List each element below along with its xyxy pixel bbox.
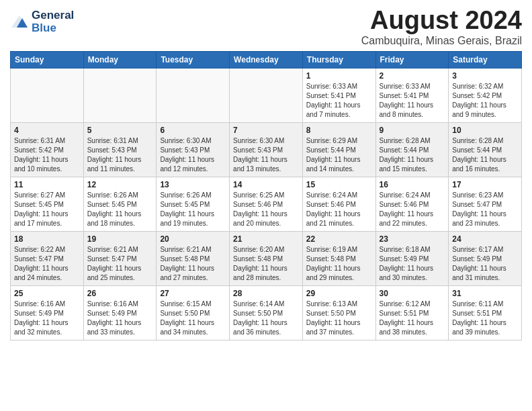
day-number: 13	[160, 180, 226, 189]
day-info: Sunrise: 6:15 AM Sunset: 5:50 PM Dayligh…	[160, 300, 226, 337]
calendar-cell	[11, 68, 84, 122]
calendar-cell	[83, 68, 157, 122]
weekday-header-thursday: Thursday	[302, 51, 375, 68]
day-info: Sunrise: 6:26 AM Sunset: 5:45 PM Dayligh…	[87, 191, 153, 228]
day-number: 8	[306, 126, 372, 135]
weekday-header-sunday: Sunday	[11, 51, 84, 68]
title-area: August 2024 Cambuquira, Minas Gerais, Br…	[361, 7, 522, 47]
page-header: General Blue August 2024 Cambuquira, Min…	[10, 7, 522, 47]
day-info: Sunrise: 6:17 AM Sunset: 5:49 PM Dayligh…	[452, 245, 518, 283]
day-info: Sunrise: 6:33 AM Sunset: 5:41 PM Dayligh…	[306, 82, 372, 120]
calendar-cell: 8Sunrise: 6:29 AM Sunset: 5:44 PM Daylig…	[302, 122, 375, 177]
day-info: Sunrise: 6:18 AM Sunset: 5:49 PM Dayligh…	[380, 245, 445, 283]
month-title: August 2024	[361, 7, 522, 35]
calendar-cell	[230, 68, 303, 122]
calendar-cell: 13Sunrise: 6:26 AM Sunset: 5:45 PM Dayli…	[157, 177, 230, 231]
calendar-table: SundayMondayTuesdayWednesdayThursdayFrid…	[10, 51, 522, 340]
calendar-cell: 7Sunrise: 6:30 AM Sunset: 5:43 PM Daylig…	[230, 122, 303, 177]
day-info: Sunrise: 6:33 AM Sunset: 5:41 PM Dayligh…	[380, 82, 445, 120]
day-info: Sunrise: 6:32 AM Sunset: 5:42 PM Dayligh…	[452, 82, 518, 120]
day-number: 28	[233, 289, 299, 298]
day-number: 5	[87, 126, 153, 135]
calendar-cell: 4Sunrise: 6:31 AM Sunset: 5:42 PM Daylig…	[11, 122, 84, 177]
day-number: 30	[380, 289, 445, 298]
calendar-cell: 16Sunrise: 6:24 AM Sunset: 5:46 PM Dayli…	[375, 177, 449, 231]
day-number: 21	[233, 234, 299, 244]
calendar-cell: 28Sunrise: 6:14 AM Sunset: 5:50 PM Dayli…	[230, 285, 303, 340]
calendar-cell: 11Sunrise: 6:27 AM Sunset: 5:45 PM Dayli…	[11, 177, 84, 231]
day-info: Sunrise: 6:14 AM Sunset: 5:50 PM Dayligh…	[233, 300, 299, 337]
calendar-week-row: 4Sunrise: 6:31 AM Sunset: 5:42 PM Daylig…	[11, 122, 522, 177]
day-number: 31	[452, 289, 518, 298]
day-info: Sunrise: 6:23 AM Sunset: 5:47 PM Dayligh…	[452, 191, 518, 228]
day-info: Sunrise: 6:24 AM Sunset: 5:46 PM Dayligh…	[306, 191, 372, 228]
calendar-cell: 3Sunrise: 6:32 AM Sunset: 5:42 PM Daylig…	[449, 68, 522, 122]
day-number: 12	[87, 180, 153, 189]
day-info: Sunrise: 6:11 AM Sunset: 5:51 PM Dayligh…	[452, 300, 518, 337]
calendar-cell: 10Sunrise: 6:28 AM Sunset: 5:44 PM Dayli…	[449, 122, 522, 177]
calendar-cell: 2Sunrise: 6:33 AM Sunset: 5:41 PM Daylig…	[375, 68, 449, 122]
day-info: Sunrise: 6:20 AM Sunset: 5:48 PM Dayligh…	[233, 245, 299, 283]
location-title: Cambuquira, Minas Gerais, Brazil	[361, 35, 522, 47]
day-number: 16	[380, 180, 445, 189]
calendar-cell: 18Sunrise: 6:22 AM Sunset: 5:47 PM Dayli…	[11, 231, 84, 285]
day-number: 29	[306, 289, 372, 298]
day-number: 3	[452, 71, 518, 81]
day-info: Sunrise: 6:26 AM Sunset: 5:45 PM Dayligh…	[160, 191, 226, 228]
day-number: 25	[14, 289, 80, 298]
logo-text-line1: General	[32, 9, 74, 22]
day-info: Sunrise: 6:27 AM Sunset: 5:45 PM Dayligh…	[14, 191, 80, 228]
calendar-cell: 9Sunrise: 6:28 AM Sunset: 5:44 PM Daylig…	[375, 122, 449, 177]
calendar-cell: 19Sunrise: 6:21 AM Sunset: 5:47 PM Dayli…	[83, 231, 157, 285]
day-number: 20	[160, 234, 226, 244]
day-info: Sunrise: 6:30 AM Sunset: 5:43 PM Dayligh…	[233, 136, 299, 174]
calendar-cell: 27Sunrise: 6:15 AM Sunset: 5:50 PM Dayli…	[157, 285, 230, 340]
day-number: 17	[452, 180, 518, 189]
weekday-header-row: SundayMondayTuesdayWednesdayThursdayFrid…	[11, 51, 522, 68]
calendar-cell: 6Sunrise: 6:30 AM Sunset: 5:43 PM Daylig…	[157, 122, 230, 177]
day-info: Sunrise: 6:12 AM Sunset: 5:51 PM Dayligh…	[380, 300, 445, 337]
calendar-week-row: 18Sunrise: 6:22 AM Sunset: 5:47 PM Dayli…	[11, 231, 522, 285]
calendar-cell: 31Sunrise: 6:11 AM Sunset: 5:51 PM Dayli…	[449, 285, 522, 340]
logo-icon	[10, 13, 29, 32]
calendar-cell: 22Sunrise: 6:19 AM Sunset: 5:48 PM Dayli…	[302, 231, 375, 285]
calendar-cell: 17Sunrise: 6:23 AM Sunset: 5:47 PM Dayli…	[449, 177, 522, 231]
calendar-cell: 25Sunrise: 6:16 AM Sunset: 5:49 PM Dayli…	[11, 285, 84, 340]
day-number: 14	[233, 180, 299, 189]
day-info: Sunrise: 6:28 AM Sunset: 5:44 PM Dayligh…	[452, 136, 518, 174]
day-info: Sunrise: 6:19 AM Sunset: 5:48 PM Dayligh…	[306, 245, 372, 283]
day-number: 4	[14, 126, 80, 135]
logo: General Blue	[10, 9, 74, 34]
calendar-cell: 30Sunrise: 6:12 AM Sunset: 5:51 PM Dayli…	[375, 285, 449, 340]
weekday-header-friday: Friday	[375, 51, 449, 68]
day-number: 27	[160, 289, 226, 298]
day-info: Sunrise: 6:21 AM Sunset: 5:47 PM Dayligh…	[87, 245, 153, 283]
calendar-cell: 24Sunrise: 6:17 AM Sunset: 5:49 PM Dayli…	[449, 231, 522, 285]
weekday-header-saturday: Saturday	[449, 51, 522, 68]
weekday-header-monday: Monday	[83, 51, 157, 68]
day-info: Sunrise: 6:16 AM Sunset: 5:49 PM Dayligh…	[14, 300, 80, 337]
day-number: 26	[87, 289, 153, 298]
day-number: 6	[160, 126, 226, 135]
day-number: 2	[380, 71, 445, 81]
day-number: 19	[87, 234, 153, 244]
calendar-cell: 1Sunrise: 6:33 AM Sunset: 5:41 PM Daylig…	[302, 68, 375, 122]
day-number: 23	[380, 234, 445, 244]
day-number: 18	[14, 234, 80, 244]
day-info: Sunrise: 6:22 AM Sunset: 5:47 PM Dayligh…	[14, 245, 80, 283]
day-info: Sunrise: 6:21 AM Sunset: 5:48 PM Dayligh…	[160, 245, 226, 283]
calendar-cell: 12Sunrise: 6:26 AM Sunset: 5:45 PM Dayli…	[83, 177, 157, 231]
day-info: Sunrise: 6:25 AM Sunset: 5:46 PM Dayligh…	[233, 191, 299, 228]
calendar-cell: 23Sunrise: 6:18 AM Sunset: 5:49 PM Dayli…	[375, 231, 449, 285]
day-number: 11	[14, 180, 80, 189]
calendar-cell: 21Sunrise: 6:20 AM Sunset: 5:48 PM Dayli…	[230, 231, 303, 285]
calendar-cell: 26Sunrise: 6:16 AM Sunset: 5:49 PM Dayli…	[83, 285, 157, 340]
calendar-week-row: 11Sunrise: 6:27 AM Sunset: 5:45 PM Dayli…	[11, 177, 522, 231]
day-number: 1	[306, 71, 372, 81]
calendar-week-row: 1Sunrise: 6:33 AM Sunset: 5:41 PM Daylig…	[11, 68, 522, 122]
day-info: Sunrise: 6:13 AM Sunset: 5:50 PM Dayligh…	[306, 300, 372, 337]
calendar-cell: 14Sunrise: 6:25 AM Sunset: 5:46 PM Dayli…	[230, 177, 303, 231]
calendar-cell: 15Sunrise: 6:24 AM Sunset: 5:46 PM Dayli…	[302, 177, 375, 231]
day-info: Sunrise: 6:30 AM Sunset: 5:43 PM Dayligh…	[160, 136, 226, 174]
day-number: 10	[452, 126, 518, 135]
